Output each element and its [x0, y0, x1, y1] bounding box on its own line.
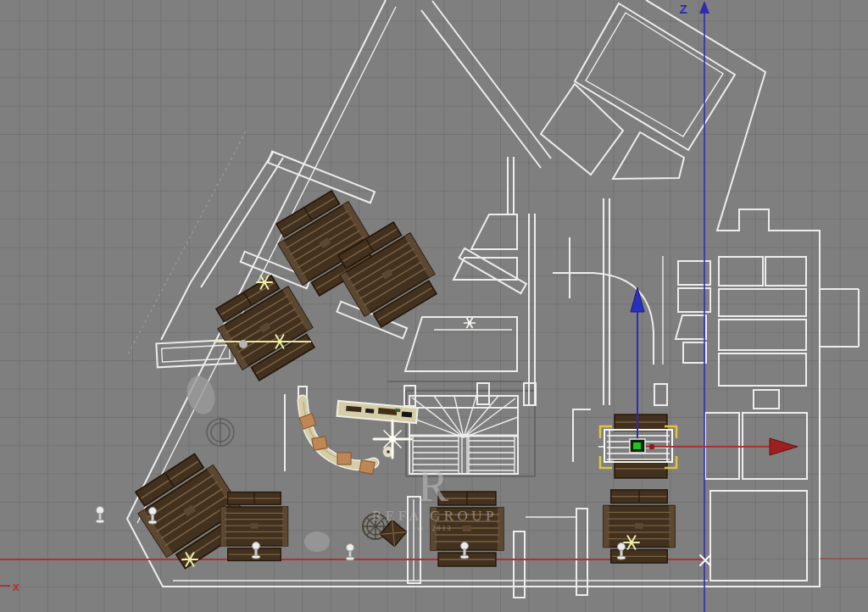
gizmo-center-dot — [649, 444, 654, 449]
helper-sphere — [239, 340, 248, 348]
table-set — [220, 492, 287, 561]
reception-desk[interactable] — [299, 400, 418, 474]
watermark-subtitle: est. 2013 — [413, 525, 453, 532]
right-rooms[interactable] — [663, 256, 859, 581]
left-room[interactable] — [156, 340, 235, 368]
omni-light-small — [465, 319, 476, 328]
watermark-monogram: R — [418, 460, 448, 511]
x-axis-label: x — [13, 580, 19, 593]
column-symbol[interactable] — [207, 418, 234, 447]
z-axis-arrowhead — [699, 1, 709, 14]
rotated-wing-rooms[interactable] — [421, 1, 735, 179]
gizmo-y-axis-arrow — [631, 287, 644, 312]
3d-viewport-canvas[interactable]: Z x R REFA GROUP est. 2013 — [0, 0, 868, 612]
z-axis-label: Z — [679, 2, 687, 16]
pivot-point[interactable] — [630, 439, 645, 453]
lamp — [96, 507, 104, 524]
gizmo-x-axis-arrow — [770, 438, 798, 455]
watermark-title: REFA GROUP — [372, 508, 498, 524]
lamp — [346, 544, 354, 561]
table-set — [604, 490, 675, 563]
